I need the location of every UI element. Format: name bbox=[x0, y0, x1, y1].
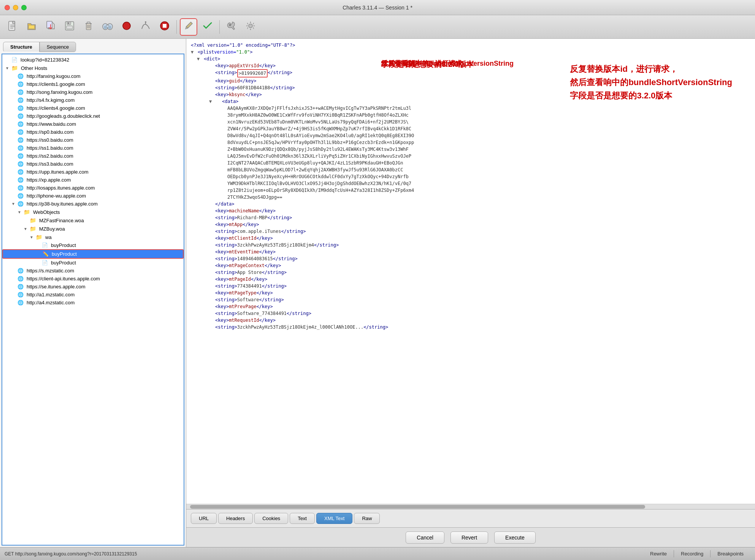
tree-item-s4-fx[interactable]: 🌐http://s4.fx.kgimg.com bbox=[2, 96, 184, 104]
tree-item-fanxing-kugou[interactable]: 🌐http://fanxing.kugou.com bbox=[2, 72, 184, 80]
tree-item-xp-apple[interactable]: 🌐https://xp.apple.com bbox=[2, 176, 184, 184]
toggle-arrow[interactable]: ▼ bbox=[5, 66, 10, 70]
tree-item-mzstatic-s[interactable]: 🌐https://s.mzstatic.com bbox=[2, 267, 184, 275]
svg-rect-14 bbox=[87, 22, 90, 24]
globe-icon: 🌐 bbox=[17, 145, 24, 151]
tools-button[interactable] bbox=[223, 18, 240, 36]
xml-string-mtpageid: <string>774384491</string> bbox=[203, 283, 750, 289]
import-button[interactable] bbox=[42, 18, 59, 36]
tree-item-label: https://sp0.baidu.com bbox=[27, 129, 74, 135]
tree-item-other-hosts[interactable]: ▼📁Other Hosts bbox=[2, 64, 184, 72]
tree-item-lookup[interactable]: 📄lookup?id=821238342 bbox=[2, 56, 184, 64]
find-button[interactable] bbox=[99, 18, 116, 36]
file-icon: 📄 bbox=[42, 242, 48, 248]
tree-item-ss1-baidu[interactable]: 🌐https://ss1.baidu.com bbox=[2, 144, 184, 152]
tab-text[interactable]: Text bbox=[290, 513, 315, 524]
clear-button[interactable] bbox=[80, 18, 97, 36]
tree-item-p38-buy[interactable]: ▼🌐https://p38-buy.itunes.apple.com bbox=[2, 200, 184, 208]
tree-item-buyproduct1[interactable]: 📄buyProduct bbox=[2, 241, 184, 249]
tree-item-webobjects[interactable]: ▼📁WebObjects bbox=[2, 208, 184, 216]
execute-button[interactable]: Execute bbox=[494, 532, 536, 544]
record-button[interactable] bbox=[118, 18, 135, 36]
tree-container[interactable]: 📄lookup?id=821238342▼📁Other Hosts🌐http:/… bbox=[2, 54, 184, 546]
new-session-button[interactable] bbox=[4, 18, 21, 36]
tree-item-label: WebObjects bbox=[33, 209, 60, 215]
svg-point-21 bbox=[104, 25, 107, 29]
settings-button[interactable] bbox=[242, 18, 259, 36]
tree-item-mzfastfinance[interactable]: 📁MZFastFinance.woa bbox=[2, 216, 184, 225]
checkmark-button[interactable] bbox=[199, 18, 216, 36]
tree-item-clients1-google[interactable]: 🌐https://clients1.google.com bbox=[2, 80, 184, 88]
tab-xml-text[interactable]: XML Text bbox=[316, 513, 352, 524]
xml-key-machinename: <key>machineName</key> bbox=[203, 207, 750, 214]
tab-headers[interactable]: Headers bbox=[218, 513, 253, 524]
window-title: Charles 3.11.4 — Session 1 * bbox=[343, 5, 412, 11]
file-icon: 📄 bbox=[11, 57, 17, 63]
close-button[interactable] bbox=[5, 5, 10, 10]
xml-string-mtrequestid: <string>3zckhPwzAyHz53TzBSjz18OkEjm4z_l0… bbox=[203, 324, 750, 331]
folder-icon: 📁 bbox=[11, 65, 18, 71]
globe-icon: 🌐 bbox=[17, 97, 24, 103]
recording-status-btn[interactable]: Recording bbox=[674, 550, 710, 557]
status-url: GET http://song.fanxing.kugou.com/song?r… bbox=[5, 551, 137, 557]
tree-item-label: http://song.fanxing.kugou.com bbox=[27, 89, 92, 95]
minimize-button[interactable] bbox=[13, 5, 18, 10]
open-button[interactable] bbox=[23, 18, 40, 36]
tree-item-a4-mzstatic[interactable]: 🌐http://a4.mzstatic.com bbox=[2, 299, 184, 307]
globe-icon: 🌐 bbox=[17, 193, 24, 199]
svg-point-25 bbox=[145, 21, 146, 23]
fullscreen-button[interactable] bbox=[21, 5, 27, 10]
tree-item-upp-itunes[interactable]: 🌐https://upp.itunes.apple.com bbox=[2, 168, 184, 176]
toggle-arrow[interactable]: ▼ bbox=[17, 210, 22, 214]
tab-raw[interactable]: Raw bbox=[354, 513, 380, 524]
globe-icon: 🌐 bbox=[17, 201, 24, 207]
tree-item-iphone-wu[interactable]: 🌐http://iphone-wu.apple.com bbox=[2, 192, 184, 200]
tree-item-ss0-baidu[interactable]: 🌐https://ss0.baidu.com bbox=[2, 136, 184, 144]
globe-icon: 🌐 bbox=[17, 105, 24, 111]
tree-item-googleads[interactable]: 🌐http://googleads.g.doubleclick.net bbox=[2, 112, 184, 120]
globe-icon: 🌐 bbox=[17, 268, 24, 274]
toggle-arrow[interactable]: ▼ bbox=[11, 202, 16, 206]
breakpoints-status-btn[interactable]: Breakpoints bbox=[710, 550, 750, 557]
cancel-button[interactable]: Cancel bbox=[406, 532, 444, 544]
tree-item-wa[interactable]: ▼📁wa bbox=[2, 233, 184, 241]
stop-button[interactable] bbox=[156, 18, 173, 36]
tree-item-mzbuy[interactable]: ▼📁MZBuy.woa bbox=[2, 225, 184, 233]
throttle-button[interactable] bbox=[137, 18, 154, 36]
xml-content[interactable]: <?xml version="1.0" encoding="UTF-8"?> ▼… bbox=[186, 39, 755, 504]
tab-cookies[interactable]: Cookies bbox=[254, 513, 288, 524]
trash-icon bbox=[83, 21, 94, 33]
tree-item-a1-mzstatic[interactable]: 🌐http://a1.mzstatic.com bbox=[2, 291, 184, 299]
tree-item-iosapps-itunes[interactable]: 🌐http://iosapps.itunes.apple.com bbox=[2, 184, 184, 192]
toolbar bbox=[0, 15, 755, 39]
pen-button[interactable] bbox=[180, 18, 197, 36]
tree-item-sp0-baidu[interactable]: 🌐https://sp0.baidu.com bbox=[2, 128, 184, 136]
separator-2 bbox=[219, 20, 220, 34]
globe-icon: 🌐 bbox=[17, 121, 24, 127]
tree-item-label: http://fanxing.kugou.com bbox=[27, 73, 81, 79]
rewrite-status-btn[interactable]: Rewrite bbox=[643, 550, 674, 557]
tree-item-clients4-google[interactable]: 🌐https://clients4.google.com bbox=[2, 104, 184, 112]
horizontal-scrollbar[interactable] bbox=[186, 504, 755, 509]
tree-item-buyproduct2[interactable]: ✏️buyProduct bbox=[2, 249, 184, 259]
tree-item-song-fanxing[interactable]: 🌐http://song.fanxing.kugou.com bbox=[2, 88, 184, 96]
save-button[interactable] bbox=[61, 18, 78, 36]
tree-item-www-baidu[interactable]: 🌐https://www.baidu.com bbox=[2, 120, 184, 128]
tab-structure[interactable]: Structure bbox=[3, 42, 40, 52]
tree-item-label: https://upp.itunes.apple.com bbox=[27, 169, 89, 175]
tree-item-ss3-baidu[interactable]: 🌐https://ss3.baidu.com bbox=[2, 160, 184, 168]
xml-string-guid: <string>60F81DB441B8</string> bbox=[203, 84, 750, 91]
svg-point-22 bbox=[108, 25, 111, 29]
tree-item-ss2-baidu[interactable]: 🌐https://ss2.baidu.com bbox=[2, 152, 184, 160]
revert-button[interactable]: Revert bbox=[450, 532, 488, 544]
tree-item-buyproduct3[interactable]: 📄buyProduct bbox=[2, 259, 184, 267]
tab-url[interactable]: URL bbox=[191, 513, 217, 524]
tree-item-client-api[interactable]: 🌐https://client-api.itunes.apple.com bbox=[2, 275, 184, 283]
titlebar: Charles 3.11.4 — Session 1 * bbox=[0, 0, 755, 15]
tab-sequence[interactable]: Sequence bbox=[40, 42, 76, 52]
right-panel: <?xml version="1.0" encoding="UTF-8"?> ▼… bbox=[186, 39, 755, 547]
toggle-arrow[interactable]: ▼ bbox=[30, 235, 34, 239]
tree-item-se-itunes[interactable]: 🌐https://se.itunes.apple.com bbox=[2, 283, 184, 291]
toggle-arrow[interactable]: ▼ bbox=[24, 227, 28, 231]
tree-item-label: MZFastFinance.woa bbox=[39, 218, 84, 223]
